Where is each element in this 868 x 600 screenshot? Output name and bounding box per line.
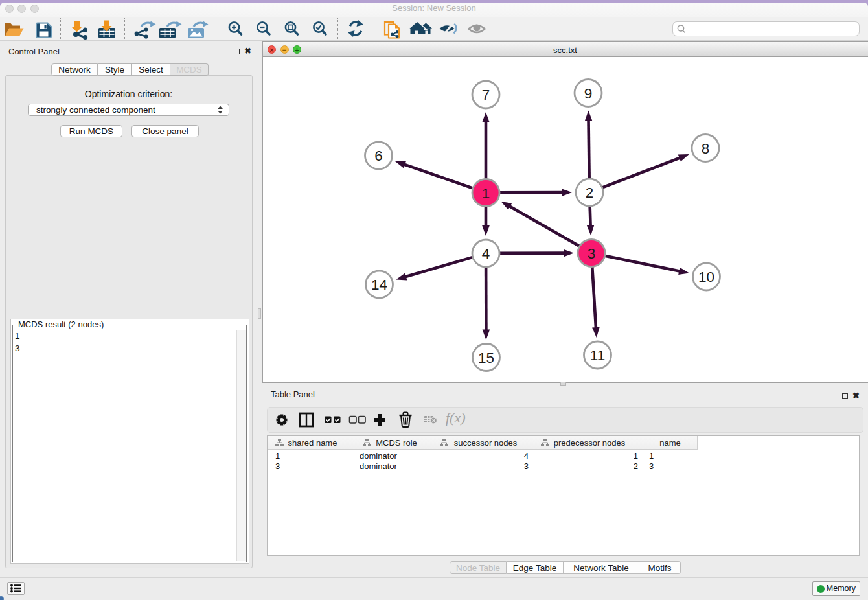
svg-text:10: 10 — [698, 269, 714, 285]
svg-text:15: 15 — [478, 350, 494, 366]
svg-text:11: 11 — [590, 347, 605, 363]
svg-text:6: 6 — [374, 148, 383, 164]
svg-text:8: 8 — [702, 141, 710, 157]
svg-text:1: 1 — [482, 185, 490, 202]
svg-text:4: 4 — [482, 246, 490, 262]
svg-text:14: 14 — [371, 277, 387, 293]
svg-text:2: 2 — [586, 185, 594, 201]
svg-text:3: 3 — [588, 246, 596, 262]
svg-text:7: 7 — [482, 87, 490, 103]
svg-text:9: 9 — [584, 86, 593, 102]
